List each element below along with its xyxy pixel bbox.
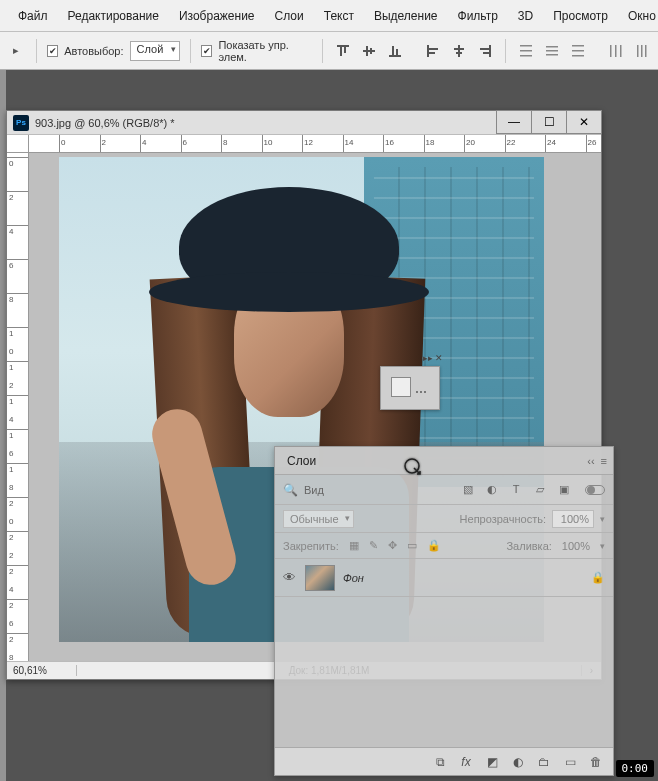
ruler-horizontal[interactable]: 02468101214161820222426 [29, 135, 601, 153]
distribute-bottom-icon[interactable] [568, 40, 588, 62]
window-close-button[interactable]: ✕ [566, 110, 602, 134]
menu-layer[interactable]: Слои [265, 3, 314, 29]
lock-transparency-icon[interactable]: ▦ [349, 539, 359, 552]
menu-edit[interactable]: Редактирование [58, 3, 169, 29]
delete-layer-icon[interactable]: 🗑 [589, 755, 603, 769]
lock-artboard-icon[interactable]: ▭ [407, 539, 417, 552]
menu-file[interactable]: Файл [8, 3, 58, 29]
svg-rect-19 [520, 50, 532, 52]
layer-thumbnail[interactable] [305, 565, 335, 591]
group-icon[interactable]: 🗀 [537, 755, 551, 769]
menu-image[interactable]: Изображение [169, 3, 265, 29]
fill-input[interactable]: 100% [562, 540, 590, 552]
lock-row: Закрепить: ▦ ✎ ✥ ▭ 🔒 Заливка: 100% ▾ [275, 533, 613, 559]
distribute-hcenter-icon[interactable] [632, 40, 652, 62]
filter-kind-dropdown[interactable]: Вид [304, 484, 324, 496]
visibility-icon[interactable]: 👁 [283, 570, 297, 585]
ruler-vertical[interactable]: 024681 01 21 41 61 82 02 22 42 62 8 [7, 153, 29, 661]
align-vcenter-icon[interactable] [359, 40, 379, 62]
zoom-level[interactable]: 60,61% [7, 665, 77, 676]
auto-select-checkbox[interactable]: ✔ [47, 45, 58, 57]
menu-view[interactable]: Просмотр [543, 3, 618, 29]
distribute-vcenter-icon[interactable] [542, 40, 562, 62]
lock-all-icon[interactable]: 🔒 [427, 539, 441, 552]
layer-row[interactable]: 👁 Фон 🔒 [275, 559, 613, 597]
lock-icon[interactable]: 🔒 [591, 571, 605, 584]
panel-menu-icon[interactable]: ≡ [601, 455, 607, 467]
svg-rect-31 [641, 45, 643, 57]
menu-filter[interactable]: Фильтр [448, 3, 508, 29]
align-top-icon[interactable] [333, 40, 353, 62]
svg-rect-11 [429, 52, 435, 54]
filter-adjustment-icon[interactable]: ◐ [485, 483, 499, 496]
3d-cube-icon[interactable] [391, 377, 411, 397]
svg-rect-14 [456, 52, 462, 54]
menu-select[interactable]: Выделение [364, 3, 448, 29]
filter-type-icon[interactable]: T [509, 483, 523, 496]
menu-text[interactable]: Текст [314, 3, 364, 29]
lock-position-icon[interactable]: ✥ [388, 539, 397, 552]
align-hcenter-icon[interactable] [449, 40, 469, 62]
layer-name[interactable]: Фон [343, 572, 583, 584]
auto-select-dropdown[interactable]: Слой [130, 41, 181, 61]
svg-rect-24 [572, 45, 584, 47]
svg-rect-7 [392, 46, 394, 55]
ruler-origin[interactable] [7, 135, 29, 153]
distribute-left-icon[interactable] [606, 40, 626, 62]
menu-3d[interactable]: 3D [508, 3, 543, 29]
search-icon: 🔍 [283, 483, 298, 497]
svg-rect-21 [546, 46, 558, 48]
filter-toggle[interactable] [585, 485, 605, 495]
mouse-cursor-icon [404, 458, 420, 474]
link-layers-icon[interactable]: ⧉ [433, 755, 447, 769]
svg-rect-29 [620, 45, 622, 57]
window-minimize-button[interactable]: — [496, 110, 532, 134]
blend-mode-dropdown[interactable]: Обычные [283, 510, 354, 528]
svg-rect-10 [429, 48, 438, 50]
filter-pixel-icon[interactable]: ▧ [461, 483, 475, 496]
layer-list: 👁 Фон 🔒 [275, 559, 613, 597]
menu-window[interactable]: Окно [618, 3, 658, 29]
filter-shape-icon[interactable]: ▱ [533, 483, 547, 496]
layers-footer: ⧉ fx ◩ ◐ 🗀 ▭ 🗑 [275, 747, 613, 775]
layer-fx-icon[interactable]: fx [459, 755, 473, 769]
svg-rect-26 [572, 55, 584, 57]
options-bar: ▸ ✔ Автовыбор: Слой ✔ Показать упр. элем… [0, 32, 658, 70]
adjustment-layer-icon[interactable]: ◐ [511, 755, 525, 769]
window-maximize-button[interactable]: ☐ [531, 110, 567, 134]
layers-panel[interactable]: Слои ‹‹ ≡ 🔍 Вид ▧ ◐ T ▱ ▣ Обычные Непроз… [274, 446, 614, 776]
layers-tab-row: Слои ‹‹ ≡ [275, 447, 613, 475]
blend-row: Обычные Непрозрачность: 100% ▾ [275, 505, 613, 533]
3d-mini-panel[interactable]: ▸▸ ✕ ⋯ [380, 366, 440, 410]
filter-smart-icon[interactable]: ▣ [557, 483, 571, 496]
ps-icon: Ps [13, 115, 29, 131]
svg-rect-3 [363, 50, 375, 52]
svg-rect-27 [610, 45, 612, 57]
align-left-icon[interactable] [423, 40, 443, 62]
panel-collapse-icon[interactable]: ‹‹ [587, 455, 594, 467]
layer-mask-icon[interactable]: ◩ [485, 755, 499, 769]
tool-preset-icon[interactable]: ▸ [6, 40, 26, 62]
svg-rect-32 [645, 45, 647, 57]
lock-paint-icon[interactable]: ✎ [369, 539, 378, 552]
layers-filter-row: 🔍 Вид ▧ ◐ T ▱ ▣ [275, 475, 613, 505]
photo-hat [179, 187, 399, 307]
svg-rect-28 [615, 45, 617, 57]
distribute-top-icon[interactable] [516, 40, 536, 62]
new-layer-icon[interactable]: ▭ [563, 755, 577, 769]
show-transform-checkbox[interactable]: ✔ [201, 45, 212, 57]
align-bottom-icon[interactable] [385, 40, 405, 62]
recording-timer: 0:00 [616, 760, 655, 777]
opacity-label: Непрозрачность: [460, 513, 546, 525]
fill-chevron-icon[interactable]: ▾ [600, 541, 605, 551]
opacity-input[interactable]: 100% [552, 510, 594, 528]
tab-layers[interactable]: Слои [275, 448, 328, 474]
lock-label: Закрепить: [283, 540, 339, 552]
panel-collapse-icon[interactable]: ▸▸ [423, 353, 433, 363]
panel-menu-icon[interactable]: ⋯ [415, 385, 427, 399]
align-right-icon[interactable] [475, 40, 495, 62]
panel-close-icon[interactable]: ✕ [435, 353, 443, 363]
svg-rect-6 [389, 55, 401, 57]
svg-rect-13 [454, 48, 464, 50]
opacity-chevron-icon[interactable]: ▾ [600, 514, 605, 524]
